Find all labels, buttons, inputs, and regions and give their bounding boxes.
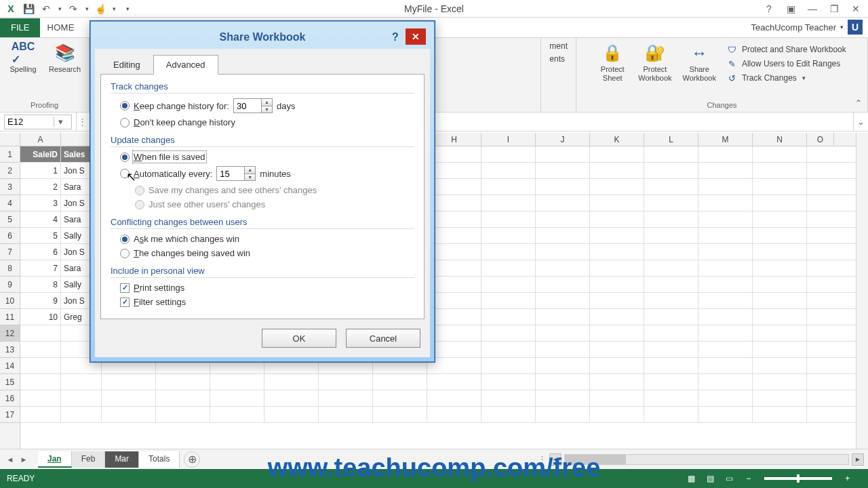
- col-header[interactable]: J: [536, 133, 590, 146]
- spin-up-icon[interactable]: ▲: [261, 99, 272, 106]
- col-header[interactable]: O: [807, 133, 834, 146]
- col-header[interactable]: L: [644, 133, 698, 146]
- row-header[interactable]: 9: [0, 277, 20, 293]
- spin-down-icon[interactable]: ▼: [261, 106, 272, 113]
- qat-customize-icon[interactable]: ▾: [119, 1, 136, 16]
- row-header[interactable]: 10: [0, 293, 20, 309]
- touch-dropdown-icon[interactable]: ▾: [110, 1, 118, 16]
- research-button[interactable]: 📚 Research: [46, 41, 83, 75]
- select-all-corner[interactable]: [0, 133, 20, 146]
- name-box[interactable]: ▾: [4, 115, 72, 129]
- tab-advanced[interactable]: Advanced: [153, 55, 218, 75]
- comment-item-2[interactable]: ents: [547, 54, 570, 64]
- allow-edit-button[interactable]: ✎Allow Users to Edit Ranges: [724, 58, 849, 70]
- protect-sheet-button[interactable]: 🔒 Protect Sheet: [595, 41, 630, 84]
- help-icon[interactable]: ?: [760, 1, 778, 16]
- radio-saved-win[interactable]: [120, 249, 130, 258]
- hscroll-right-icon[interactable]: ►: [852, 453, 864, 466]
- ok-button[interactable]: OK: [262, 329, 336, 348]
- history-days-input[interactable]: [234, 99, 261, 113]
- section-personal: Include in personal view ✓ Print setting…: [111, 266, 414, 309]
- sheet-tab-mar[interactable]: Mar: [105, 451, 139, 468]
- zoom-thumb[interactable]: [797, 474, 800, 483]
- restore-icon[interactable]: ❐: [825, 1, 844, 16]
- view-break-icon[interactable]: ▭: [721, 472, 738, 485]
- spin-down-icon[interactable]: ▼: [244, 174, 255, 181]
- track-changes-button[interactable]: ↺Track Changes▾: [724, 72, 849, 84]
- row-header[interactable]: 8: [0, 260, 20, 277]
- col-header[interactable]: M: [698, 133, 753, 146]
- history-days-spinner[interactable]: ▲▼: [233, 98, 273, 113]
- row-header[interactable]: 16: [0, 390, 20, 407]
- zoom-slider[interactable]: [764, 477, 832, 480]
- protect-share-button[interactable]: 🛡Protect and Share Workbook: [724, 43, 849, 56]
- comment-item-1[interactable]: ment: [547, 41, 570, 52]
- sheet-tab-feb[interactable]: Feb: [72, 451, 106, 468]
- protect-workbook-button[interactable]: 🔐 Protect Workbook: [635, 41, 674, 84]
- col-header[interactable]: N: [753, 133, 807, 146]
- hscroll-track[interactable]: [564, 454, 849, 465]
- row-header[interactable]: 1: [0, 146, 20, 163]
- sheet-tab-jan[interactable]: Jan: [38, 451, 72, 468]
- spin-up-icon[interactable]: ▲: [244, 167, 255, 174]
- view-layout-icon[interactable]: ▤: [702, 472, 719, 485]
- view-normal-icon[interactable]: ▦: [683, 472, 701, 485]
- name-box-dropdown-icon[interactable]: ▾: [54, 117, 67, 127]
- row-header[interactable]: 4: [0, 195, 20, 211]
- dialog-help-icon[interactable]: ?: [387, 30, 404, 45]
- undo-icon[interactable]: ↶: [38, 1, 54, 16]
- row-header[interactable]: 11: [0, 309, 20, 325]
- col-header[interactable]: H: [427, 133, 481, 146]
- row-header[interactable]: 5: [0, 211, 20, 228]
- row-header[interactable]: 2: [0, 163, 20, 179]
- tab-home[interactable]: HOME: [40, 18, 81, 37]
- radio-keep-history[interactable]: [120, 101, 130, 110]
- col-header[interactable]: I: [481, 133, 536, 146]
- row-header[interactable]: 17: [0, 407, 20, 423]
- file-tab[interactable]: FILE: [0, 18, 40, 37]
- zoom-in-icon[interactable]: +: [839, 472, 856, 485]
- sheet-tab-totals[interactable]: Totals: [139, 451, 180, 468]
- dialog-close-icon[interactable]: ✕: [406, 28, 426, 45]
- redo-dropdown-icon[interactable]: ▾: [83, 1, 91, 16]
- row-header[interactable]: 12: [0, 325, 20, 342]
- vertical-scrollbar[interactable]: [856, 133, 868, 449]
- radio-dont-keep[interactable]: [120, 118, 130, 127]
- group-proofing: ABC✓ Spelling 📚 Research Proofing: [0, 38, 90, 112]
- zoom-out-icon[interactable]: −: [740, 472, 757, 485]
- col-header[interactable]: K: [590, 133, 644, 146]
- sheet-next-icon[interactable]: ►: [18, 453, 30, 466]
- spelling-button[interactable]: ABC✓ Spelling: [5, 41, 41, 75]
- row-header[interactable]: 6: [0, 228, 20, 244]
- ribbon-collapse-icon[interactable]: ⌃: [852, 97, 865, 109]
- col-header[interactable]: A: [20, 133, 61, 146]
- sheet-prev-icon[interactable]: ◄: [4, 453, 16, 466]
- radio-when-saved[interactable]: [120, 152, 130, 162]
- radio-auto-every[interactable]: [120, 169, 130, 178]
- row-header[interactable]: 15: [0, 374, 20, 390]
- close-icon[interactable]: ✕: [846, 1, 865, 16]
- redo-icon[interactable]: ↷: [65, 1, 81, 16]
- tab-editing[interactable]: Editing: [100, 55, 153, 75]
- share-workbook-button[interactable]: ↔ Share Workbook: [680, 41, 719, 84]
- auto-minutes-spinner[interactable]: ▲▼: [216, 166, 256, 181]
- excel-icon[interactable]: X: [3, 1, 19, 16]
- touch-mode-icon[interactable]: ☝: [92, 1, 108, 16]
- name-box-input[interactable]: [5, 117, 54, 127]
- save-icon[interactable]: 💾: [20, 1, 37, 16]
- signin-area[interactable]: TeachUcomp Teacher ▾ U: [746, 17, 869, 37]
- row-header[interactable]: 14: [0, 358, 20, 374]
- row-header[interactable]: 7: [0, 244, 20, 260]
- ribbon-display-icon[interactable]: ▣: [781, 1, 800, 16]
- check-print[interactable]: ✓: [120, 283, 130, 293]
- undo-dropdown-icon[interactable]: ▾: [56, 1, 64, 16]
- minimize-icon[interactable]: —: [803, 1, 822, 16]
- row-header[interactable]: 13: [0, 342, 20, 358]
- formula-expand-icon[interactable]: ⌄: [853, 113, 868, 131]
- check-filter[interactable]: ✓: [120, 298, 130, 307]
- row-header[interactable]: 3: [0, 179, 20, 195]
- radio-ask-win[interactable]: [120, 235, 130, 244]
- auto-minutes-input[interactable]: [217, 167, 244, 180]
- new-sheet-icon[interactable]: ⊕: [184, 451, 200, 468]
- cancel-button[interactable]: Cancel: [346, 329, 420, 348]
